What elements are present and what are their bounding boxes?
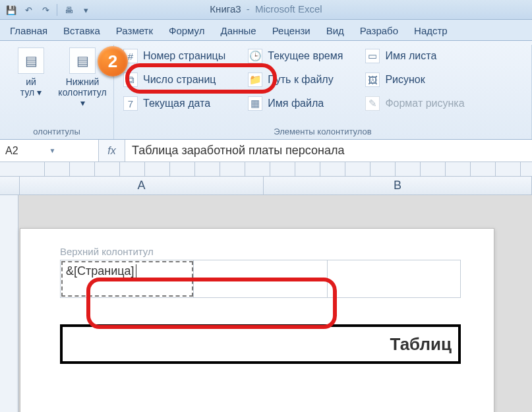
bottom-footer-label-l2: колонтитул ▾ <box>57 87 108 108</box>
cmd-file-name[interactable]: ▦ Имя файла <box>244 95 347 112</box>
top-header-label-l2: тул ▾ <box>20 87 42 98</box>
app-name: Microsoft Excel <box>255 3 322 15</box>
header-right-cell[interactable] <box>328 260 460 297</box>
cmd-current-date-label: Текущая дата <box>143 98 210 109</box>
fx-button[interactable]: fx <box>99 140 125 162</box>
format-picture-icon: ✎ <box>365 96 380 111</box>
cmd-file-path[interactable]: 📁 Путь к файлу <box>244 71 347 88</box>
tab-insert[interactable]: Вставка <box>56 20 107 40</box>
header-section-label: Верхний колонтитул <box>60 246 461 257</box>
name-box-value: A2 <box>5 145 49 157</box>
tab-pagelayout[interactable]: Разметк <box>109 20 160 40</box>
ribbon-tabs: Главная Вставка Разметк Формул Данные Ре… <box>0 20 532 41</box>
cmd-current-time-label: Текущее время <box>268 50 343 62</box>
bottom-footer-label-l1: Нижний <box>66 76 100 87</box>
tab-addins[interactable]: Надстр <box>407 20 455 40</box>
document-name: Книга3 <box>210 3 241 15</box>
tab-view[interactable]: Вид <box>319 20 351 40</box>
annotation-step-2: 2 <box>98 46 128 76</box>
filepath-icon: 📁 <box>248 73 262 87</box>
header-left-value: &[Страница] <box>66 264 134 278</box>
ribbon-group-elements: # Номер страницы ⧉ Число страниц 7 Текущ… <box>114 45 532 139</box>
name-box[interactable]: A2 ▼ <box>0 140 99 162</box>
name-box-dropdown-icon[interactable]: ▼ <box>49 147 94 154</box>
window-title: Книга3 - Microsoft Excel <box>0 3 532 15</box>
tab-home[interactable]: Главная <box>3 20 55 40</box>
formula-bar: A2 ▼ fx Таблица заработной платы персона… <box>0 140 532 162</box>
footer-icon: ▤ <box>69 47 96 74</box>
tab-data[interactable]: Данные <box>214 20 264 40</box>
cmd-sheet-name[interactable]: ▭ Имя листа <box>361 47 468 65</box>
header-center-cell[interactable] <box>194 260 327 297</box>
vertical-ruler <box>0 195 18 412</box>
body-table-text: Таблиц <box>390 334 452 355</box>
clock-icon: 🕒 <box>248 49 262 63</box>
cmd-page-number[interactable]: # Номер страницы <box>119 47 229 65</box>
horizontal-ruler <box>0 162 532 177</box>
cmd-picture-label: Рисунок <box>385 74 425 86</box>
select-all-corner[interactable] <box>0 177 20 194</box>
tab-formulas[interactable]: Формул <box>162 20 212 40</box>
body-table-fragment: Таблиц <box>60 324 461 364</box>
sheetname-icon: ▭ <box>365 49 380 63</box>
cmd-file-name-label: Имя файла <box>268 98 324 109</box>
ribbon-body: ▤ ий тул ▾ ▤ Нижний колонтитул ▾ олонтит… <box>0 41 532 140</box>
title-dash: - <box>247 3 250 15</box>
column-header-a[interactable]: A <box>20 177 264 194</box>
cmd-format-picture-label: Формат рисунка <box>385 98 464 109</box>
title-bar: 💾 ↶ ↷ 🖶 ▾ Книга3 - Microsoft Excel <box>0 0 532 20</box>
ribbon-group-headerfooter: ▤ ий тул ▾ ▤ Нижний колонтитул ▾ олонтит… <box>0 45 114 139</box>
column-header-b[interactable]: B <box>264 177 532 194</box>
cmd-current-time[interactable]: 🕒 Текущее время <box>244 47 347 65</box>
header-icon: ▤ <box>18 47 44 74</box>
formula-input[interactable]: Таблица заработной платы персонала <box>125 140 532 162</box>
cmd-page-number-label: Номер страницы <box>143 50 225 62</box>
header-left-cell[interactable]: &[Страница] <box>61 260 194 297</box>
date-icon: 7 <box>123 96 138 111</box>
cmd-page-count[interactable]: ⧉ Число страниц <box>119 71 229 88</box>
text-cursor <box>136 264 136 279</box>
cmd-file-path-label: Путь к файлу <box>268 74 333 86</box>
worksheet-area: Верхний колонтитул &[Страница] Таблиц 3 <box>0 195 532 412</box>
cmd-picture[interactable]: 🖼 Рисунок <box>361 71 468 88</box>
top-header-button[interactable]: ▤ ий тул ▾ <box>5 45 57 98</box>
column-headers: A B <box>0 177 532 195</box>
tab-review[interactable]: Рецензи <box>265 20 318 40</box>
page-preview: Верхний колонтитул &[Страница] Таблиц <box>20 228 494 412</box>
picture-icon: 🖼 <box>365 73 380 87</box>
cmd-sheet-name-label: Имя листа <box>385 50 436 62</box>
cmd-format-picture: ✎ Формат рисунка <box>361 95 468 112</box>
group-label-elements: Элементы колонтитулов <box>119 127 526 139</box>
header-row: &[Страница] <box>60 260 461 298</box>
page-count-icon: ⧉ <box>123 73 138 87</box>
filename-icon: ▦ <box>248 96 262 111</box>
top-header-label-l1: ий <box>26 76 36 87</box>
cmd-current-date[interactable]: 7 Текущая дата <box>119 95 229 112</box>
group-label-headerfooter: олонтитулы <box>5 127 108 139</box>
cmd-page-count-label: Число страниц <box>143 74 216 86</box>
tab-developer[interactable]: Разрабо <box>353 20 405 40</box>
